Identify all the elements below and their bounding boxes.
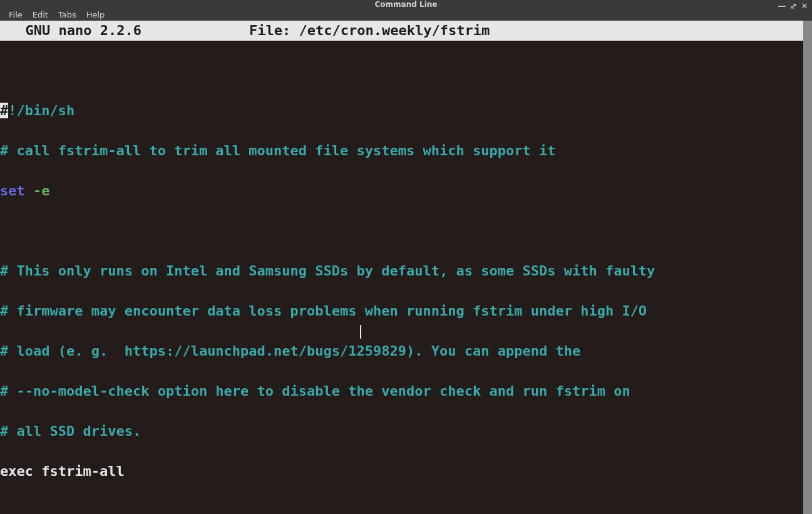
nano-version: GNU nano 2.2.6 — [9, 21, 141, 41]
editor-line: # --no-model-check option here to disabl… — [0, 381, 803, 401]
editor-body[interactable]: #!/bin/sh # call fstrim-all to trim all … — [0, 41, 803, 514]
terminal-window: Command Line — ⤢ ✕ File Edit Tabs Help G… — [0, 0, 812, 514]
minimize-icon[interactable]: — — [777, 0, 787, 13]
menu-tabs[interactable]: Tabs — [53, 9, 81, 21]
editor-line: # load (e. g. https://launchpad.net/bugs… — [0, 341, 803, 361]
nano-file-label: File: /etc/cron.weekly/fstrim — [249, 21, 490, 41]
editor-line: # call fstrim-all to trim all mounted fi… — [0, 141, 803, 161]
window-title: Command Line — [375, 0, 438, 9]
terminal[interactable]: GNU nano 2.2.6 File: /etc/cron.weekly/fs… — [0, 21, 803, 514]
close-icon[interactable]: ✕ — [799, 0, 809, 13]
maximize-icon[interactable]: ⤢ — [788, 0, 798, 13]
text-cursor-icon — [360, 325, 361, 339]
scrollbar[interactable] — [803, 21, 812, 514]
window-titlebar: Command Line — ⤢ ✕ — [0, 0, 812, 9]
menu-edit[interactable]: Edit — [28, 9, 53, 21]
terminal-wrap: GNU nano 2.2.6 File: /etc/cron.weekly/fs… — [0, 21, 812, 514]
editor-line — [0, 221, 803, 241]
editor-line: set -e — [0, 181, 803, 201]
scrollbar-thumb[interactable] — [803, 21, 812, 514]
editor-line: # firmware may encounter data loss probl… — [0, 301, 803, 321]
editor-line: # all SSD drives. — [0, 421, 803, 441]
menu-help[interactable]: Help — [81, 9, 110, 21]
editor-line — [0, 61, 803, 81]
menubar: File Edit Tabs Help — [0, 9, 812, 21]
nano-header: GNU nano 2.2.6 File: /etc/cron.weekly/fs… — [0, 21, 803, 41]
editor-line: exec fstrim-all — [0, 461, 803, 481]
editor-line: # This only runs on Intel and Samsung SS… — [0, 261, 803, 281]
menu-file[interactable]: File — [4, 9, 28, 21]
window-controls: — ⤢ ✕ — [777, 0, 809, 13]
cursor-cell: # — [0, 103, 8, 118]
editor-line: #!/bin/sh — [0, 101, 803, 121]
